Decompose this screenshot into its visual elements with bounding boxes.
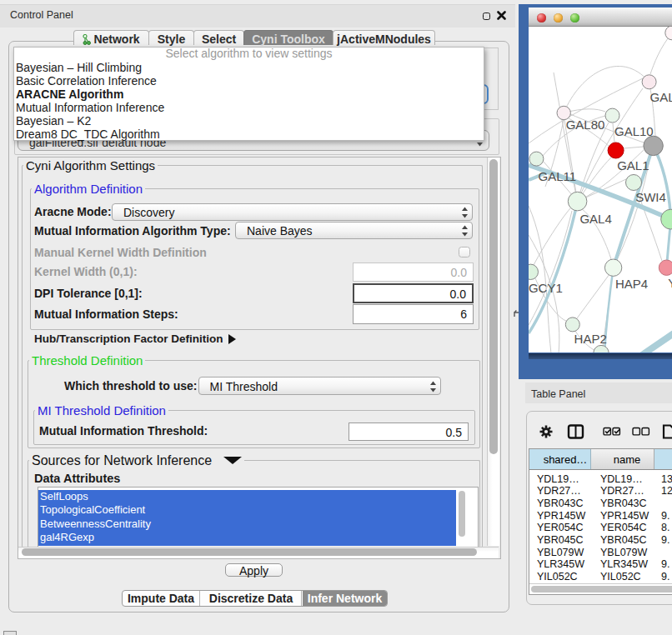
svg-text:SWI4: SWI4 bbox=[635, 190, 666, 204]
svg-text:HAP2: HAP2 bbox=[574, 332, 607, 346]
svg-text:HAP4: HAP4 bbox=[615, 277, 648, 291]
svg-text:GAL4: GAL4 bbox=[579, 212, 611, 226]
svg-text:GCY1: GCY1 bbox=[529, 281, 563, 295]
svg-text:GAL7: GAL7 bbox=[650, 90, 672, 104]
svg-text:GAL11: GAL11 bbox=[539, 169, 577, 183]
svg-text:GAL80: GAL80 bbox=[566, 118, 605, 132]
svg-text:Y: Y bbox=[668, 276, 672, 290]
svg-text:GAL1: GAL1 bbox=[617, 158, 649, 172]
svg-text:GAL10: GAL10 bbox=[614, 124, 654, 138]
